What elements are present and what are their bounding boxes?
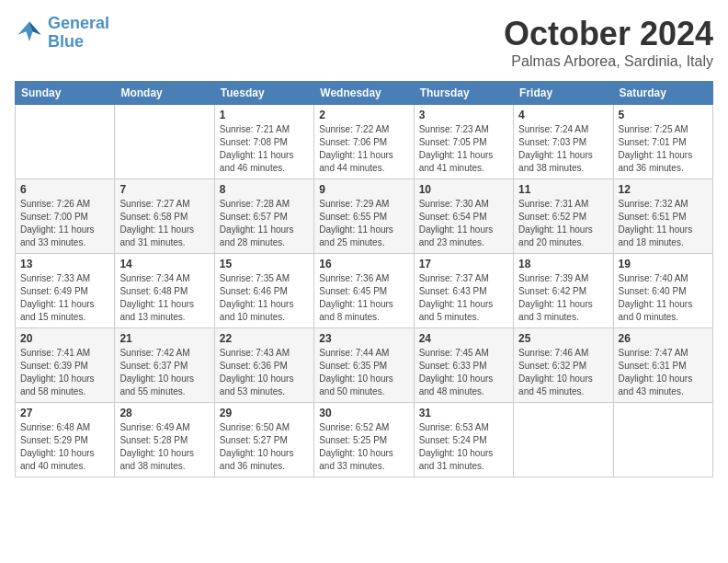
- day-info: Sunrise: 7:31 AMSunset: 6:52 PMDaylight:…: [518, 198, 608, 249]
- calendar-cell: 14Sunrise: 7:34 AMSunset: 6:48 PMDayligh…: [115, 254, 214, 328]
- calendar-cell: 21Sunrise: 7:42 AMSunset: 6:37 PMDayligh…: [115, 328, 214, 403]
- day-info: Sunrise: 7:21 AMSunset: 7:08 PMDaylight:…: [220, 123, 309, 175]
- calendar-cell: 16Sunrise: 7:36 AMSunset: 6:45 PMDayligh…: [314, 254, 414, 328]
- day-info: Sunrise: 6:52 AMSunset: 5:25 PMDaylight:…: [319, 421, 408, 473]
- calendar-cell: 12Sunrise: 7:32 AMSunset: 6:51 PMDayligh…: [613, 179, 712, 254]
- month-title: October 2024: [504, 15, 713, 53]
- weekday-header: Tuesday: [214, 82, 313, 105]
- calendar-cell: 17Sunrise: 7:37 AMSunset: 6:43 PMDayligh…: [414, 254, 513, 328]
- title-block: October 2024 Palmas Arborea, Sardinia, I…: [504, 15, 713, 70]
- day-number: 8: [220, 183, 309, 196]
- day-info: Sunrise: 7:25 AMSunset: 7:01 PMDaylight:…: [619, 123, 708, 175]
- day-number: 18: [518, 258, 608, 270]
- calendar-cell: 8Sunrise: 7:28 AMSunset: 6:57 PMDaylight…: [214, 179, 313, 254]
- day-info: Sunrise: 7:46 AMSunset: 6:32 PMDaylight:…: [518, 347, 608, 398]
- day-info: Sunrise: 7:40 AMSunset: 6:40 PMDaylight:…: [619, 272, 708, 324]
- calendar-cell: 9Sunrise: 7:29 AMSunset: 6:55 PMDaylight…: [314, 179, 414, 254]
- calendar-cell: [613, 403, 712, 477]
- calendar-cell: 15Sunrise: 7:35 AMSunset: 6:46 PMDayligh…: [214, 254, 313, 328]
- page-header: General Blue October 2024 Palmas Arborea…: [15, 15, 713, 70]
- day-number: 29: [220, 407, 309, 419]
- day-info: Sunrise: 6:49 AMSunset: 5:28 PMDaylight:…: [119, 421, 209, 473]
- day-info: Sunrise: 6:50 AMSunset: 5:27 PMDaylight:…: [220, 421, 309, 473]
- day-info: Sunrise: 7:41 AMSunset: 6:39 PMDaylight:…: [20, 347, 109, 398]
- calendar-cell: 2Sunrise: 7:22 AMSunset: 7:06 PMDaylight…: [314, 105, 414, 179]
- calendar-cell: 6Sunrise: 7:26 AMSunset: 7:00 PMDaylight…: [16, 179, 115, 254]
- day-number: 24: [419, 332, 508, 345]
- day-info: Sunrise: 7:39 AMSunset: 6:42 PMDaylight:…: [518, 272, 608, 324]
- day-info: Sunrise: 7:29 AMSunset: 6:55 PMDaylight:…: [319, 198, 408, 249]
- day-info: Sunrise: 7:43 AMSunset: 6:36 PMDaylight:…: [220, 347, 309, 398]
- day-info: Sunrise: 7:22 AMSunset: 7:06 PMDaylight:…: [319, 123, 408, 175]
- day-info: Sunrise: 7:45 AMSunset: 6:33 PMDaylight:…: [419, 347, 508, 398]
- calendar-cell: [115, 105, 214, 179]
- day-number: 21: [119, 332, 209, 345]
- calendar-cell: 3Sunrise: 7:23 AMSunset: 7:05 PMDaylight…: [414, 105, 513, 179]
- day-info: Sunrise: 7:23 AMSunset: 7:05 PMDaylight:…: [419, 123, 508, 175]
- weekday-header: Saturday: [613, 82, 712, 105]
- day-info: Sunrise: 7:24 AMSunset: 7:03 PMDaylight:…: [518, 123, 608, 175]
- day-number: 25: [518, 332, 608, 345]
- day-info: Sunrise: 7:42 AMSunset: 6:37 PMDaylight:…: [119, 347, 209, 398]
- day-info: Sunrise: 7:34 AMSunset: 6:48 PMDaylight:…: [119, 272, 209, 324]
- day-number: 27: [20, 407, 109, 419]
- weekday-header: Sunday: [16, 82, 115, 105]
- day-info: Sunrise: 6:48 AMSunset: 5:29 PMDaylight:…: [20, 421, 109, 473]
- calendar-cell: 24Sunrise: 7:45 AMSunset: 6:33 PMDayligh…: [414, 328, 513, 403]
- day-info: Sunrise: 7:47 AMSunset: 6:31 PMDaylight:…: [619, 347, 708, 398]
- logo-line2: Blue: [48, 32, 84, 51]
- calendar-cell: 23Sunrise: 7:44 AMSunset: 6:35 PMDayligh…: [314, 328, 414, 403]
- day-number: 15: [220, 258, 309, 270]
- calendar-cell: 1Sunrise: 7:21 AMSunset: 7:08 PMDaylight…: [214, 105, 313, 179]
- calendar-cell: 18Sunrise: 7:39 AMSunset: 6:42 PMDayligh…: [514, 254, 613, 328]
- day-number: 19: [619, 258, 708, 270]
- calendar-cell: [514, 403, 613, 477]
- day-info: Sunrise: 7:26 AMSunset: 7:00 PMDaylight:…: [20, 198, 109, 249]
- day-number: 28: [119, 407, 209, 419]
- calendar-cell: 22Sunrise: 7:43 AMSunset: 6:36 PMDayligh…: [214, 328, 313, 403]
- day-number: 6: [20, 183, 109, 196]
- logo-icon: [15, 18, 44, 48]
- day-number: 16: [319, 258, 408, 270]
- day-number: 7: [119, 183, 209, 196]
- calendar-cell: 30Sunrise: 6:52 AMSunset: 5:25 PMDayligh…: [314, 403, 414, 477]
- day-number: 26: [619, 332, 708, 345]
- calendar-cell: [16, 105, 115, 179]
- day-number: 1: [220, 109, 309, 121]
- day-info: Sunrise: 7:32 AMSunset: 6:51 PMDaylight:…: [619, 198, 708, 249]
- day-number: 30: [319, 407, 408, 419]
- calendar-table: SundayMondayTuesdayWednesdayThursdayFrid…: [15, 81, 713, 477]
- calendar-cell: 25Sunrise: 7:46 AMSunset: 6:32 PMDayligh…: [514, 328, 613, 403]
- day-info: Sunrise: 7:30 AMSunset: 6:54 PMDaylight:…: [419, 198, 508, 249]
- logo: General Blue: [15, 15, 109, 52]
- day-number: 10: [419, 183, 508, 196]
- calendar-cell: 4Sunrise: 7:24 AMSunset: 7:03 PMDaylight…: [514, 105, 613, 179]
- calendar-cell: 29Sunrise: 6:50 AMSunset: 5:27 PMDayligh…: [214, 403, 313, 477]
- day-info: Sunrise: 7:36 AMSunset: 6:45 PMDaylight:…: [319, 272, 408, 324]
- weekday-header: Friday: [514, 82, 613, 105]
- calendar-cell: 26Sunrise: 7:47 AMSunset: 6:31 PMDayligh…: [613, 328, 712, 403]
- calendar-week-row: 13Sunrise: 7:33 AMSunset: 6:49 PMDayligh…: [16, 254, 713, 328]
- calendar-cell: 28Sunrise: 6:49 AMSunset: 5:28 PMDayligh…: [115, 403, 214, 477]
- calendar-week-row: 1Sunrise: 7:21 AMSunset: 7:08 PMDaylight…: [16, 105, 713, 179]
- weekday-header: Thursday: [414, 82, 513, 105]
- logo-line1: General: [48, 14, 109, 32]
- day-number: 5: [619, 109, 708, 121]
- weekday-header-row: SundayMondayTuesdayWednesdayThursdayFrid…: [16, 82, 713, 105]
- calendar-cell: 11Sunrise: 7:31 AMSunset: 6:52 PMDayligh…: [514, 179, 613, 254]
- day-info: Sunrise: 6:53 AMSunset: 5:24 PMDaylight:…: [419, 421, 508, 473]
- location-subtitle: Palmas Arborea, Sardinia, Italy: [504, 53, 713, 70]
- day-number: 14: [119, 258, 209, 270]
- calendar-cell: 5Sunrise: 7:25 AMSunset: 7:01 PMDaylight…: [613, 105, 712, 179]
- calendar-cell: 10Sunrise: 7:30 AMSunset: 6:54 PMDayligh…: [414, 179, 513, 254]
- calendar-week-row: 6Sunrise: 7:26 AMSunset: 7:00 PMDaylight…: [16, 179, 713, 254]
- calendar-week-row: 20Sunrise: 7:41 AMSunset: 6:39 PMDayligh…: [16, 328, 713, 403]
- day-info: Sunrise: 7:33 AMSunset: 6:49 PMDaylight:…: [20, 272, 109, 324]
- day-number: 12: [619, 183, 708, 196]
- day-number: 23: [319, 332, 408, 345]
- calendar-cell: 31Sunrise: 6:53 AMSunset: 5:24 PMDayligh…: [414, 403, 513, 477]
- weekday-header: Monday: [115, 82, 214, 105]
- weekday-header: Wednesday: [314, 82, 414, 105]
- calendar-week-row: 27Sunrise: 6:48 AMSunset: 5:29 PMDayligh…: [16, 403, 713, 477]
- day-number: 2: [319, 109, 408, 121]
